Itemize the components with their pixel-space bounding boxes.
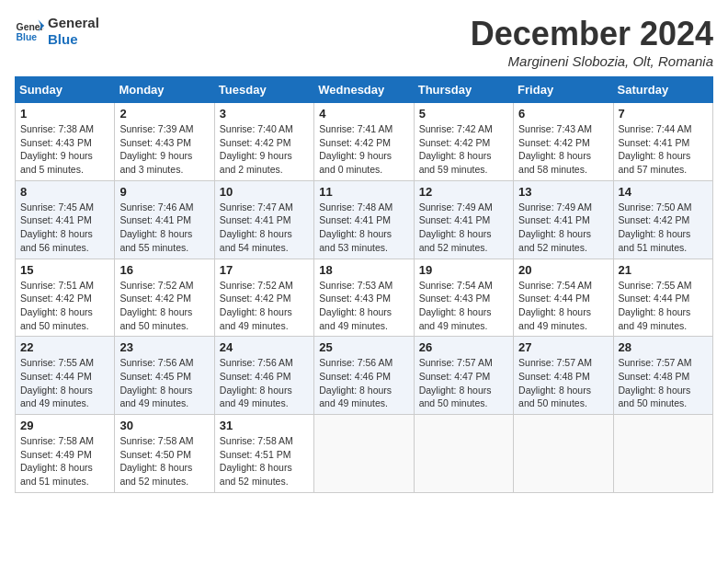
title-block: December 2024 Margineni Slobozia, Olt, R… [471,15,713,69]
day-number: 14 [619,185,708,199]
day-number: 26 [419,340,508,354]
calendar-cell: 2Sunrise: 7:39 AM Sunset: 4:43 PM Daylig… [115,103,214,181]
day-number: 30 [119,419,209,432]
day-info: Sunrise: 7:38 AM Sunset: 4:43 PM Dayligh… [20,122,109,177]
day-info: Sunrise: 7:57 AM Sunset: 4:47 PM Dayligh… [419,356,508,410]
page-header: General Blue General Blue December 2024 … [15,15,713,69]
day-number: 22 [20,340,109,354]
calendar-cell [514,415,613,493]
calendar-week-3: 15Sunrise: 7:51 AM Sunset: 4:42 PM Dayli… [16,259,713,337]
day-number: 6 [518,107,608,121]
calendar-cell [414,415,513,493]
calendar-cell: 26Sunrise: 7:57 AM Sunset: 4:47 PM Dayli… [414,337,513,415]
day-info: Sunrise: 7:58 AM Sunset: 4:51 PM Dayligh… [220,434,309,488]
calendar-cell: 4Sunrise: 7:41 AM Sunset: 4:42 PM Daylig… [314,103,414,181]
day-number: 7 [619,107,708,121]
day-info: Sunrise: 7:44 AM Sunset: 4:41 PM Dayligh… [619,122,708,177]
day-number: 4 [319,107,408,121]
day-info: Sunrise: 7:46 AM Sunset: 4:41 PM Dayligh… [119,201,209,255]
calendar-cell: 9Sunrise: 7:46 AM Sunset: 4:41 PM Daylig… [115,180,214,259]
day-header-monday: Monday [115,77,214,103]
day-number: 20 [518,263,608,277]
day-header-sunday: Sunday [16,77,115,103]
day-number: 13 [518,185,608,199]
day-info: Sunrise: 7:50 AM Sunset: 4:42 PM Dayligh… [619,201,708,255]
day-info: Sunrise: 7:53 AM Sunset: 4:43 PM Dayligh… [319,279,408,333]
calendar-cell: 11Sunrise: 7:48 AM Sunset: 4:41 PM Dayli… [314,180,414,259]
calendar-header-row: SundayMondayTuesdayWednesdayThursdayFrid… [16,77,713,103]
day-info: Sunrise: 7:55 AM Sunset: 4:44 PM Dayligh… [20,356,109,410]
calendar-cell: 7Sunrise: 7:44 AM Sunset: 4:41 PM Daylig… [613,103,712,181]
day-info: Sunrise: 7:47 AM Sunset: 4:41 PM Dayligh… [220,201,309,255]
day-number: 28 [619,340,708,354]
day-info: Sunrise: 7:45 AM Sunset: 4:41 PM Dayligh… [20,201,109,255]
calendar-cell: 21Sunrise: 7:55 AM Sunset: 4:44 PM Dayli… [613,259,712,337]
calendar-cell: 15Sunrise: 7:51 AM Sunset: 4:42 PM Dayli… [16,259,115,337]
calendar-week-2: 8Sunrise: 7:45 AM Sunset: 4:41 PM Daylig… [16,180,713,259]
calendar-cell: 10Sunrise: 7:47 AM Sunset: 4:41 PM Dayli… [214,180,313,259]
logo-icon: General Blue [15,18,44,44]
calendar-body: 1Sunrise: 7:38 AM Sunset: 4:43 PM Daylig… [16,103,713,493]
day-number: 27 [518,340,608,354]
day-info: Sunrise: 7:54 AM Sunset: 4:44 PM Dayligh… [518,279,608,333]
calendar-cell: 24Sunrise: 7:56 AM Sunset: 4:46 PM Dayli… [214,337,313,415]
day-info: Sunrise: 7:51 AM Sunset: 4:42 PM Dayligh… [20,279,109,333]
day-info: Sunrise: 7:42 AM Sunset: 4:42 PM Dayligh… [419,122,508,177]
calendar-cell [314,415,414,493]
svg-text:Blue: Blue [17,32,38,42]
calendar-cell: 1Sunrise: 7:38 AM Sunset: 4:43 PM Daylig… [16,103,115,181]
day-number: 3 [220,107,309,121]
calendar-cell: 23Sunrise: 7:56 AM Sunset: 4:45 PM Dayli… [115,337,214,415]
day-number: 1 [20,107,109,121]
calendar-cell: 22Sunrise: 7:55 AM Sunset: 4:44 PM Dayli… [16,337,115,415]
day-header-wednesday: Wednesday [314,77,414,103]
day-info: Sunrise: 7:58 AM Sunset: 4:49 PM Dayligh… [20,434,109,488]
day-info: Sunrise: 7:49 AM Sunset: 4:41 PM Dayligh… [518,201,608,255]
calendar-cell: 3Sunrise: 7:40 AM Sunset: 4:42 PM Daylig… [214,103,313,181]
day-number: 21 [619,263,708,277]
day-info: Sunrise: 7:49 AM Sunset: 4:41 PM Dayligh… [419,201,508,255]
calendar-cell: 27Sunrise: 7:57 AM Sunset: 4:48 PM Dayli… [514,337,613,415]
calendar-cell: 6Sunrise: 7:43 AM Sunset: 4:42 PM Daylig… [514,103,613,181]
day-number: 10 [220,185,309,199]
day-number: 15 [20,263,109,277]
calendar-cell: 30Sunrise: 7:58 AM Sunset: 4:50 PM Dayli… [115,415,214,493]
calendar-cell: 14Sunrise: 7:50 AM Sunset: 4:42 PM Dayli… [613,180,712,259]
calendar-week-4: 22Sunrise: 7:55 AM Sunset: 4:44 PM Dayli… [16,337,713,415]
day-header-friday: Friday [514,77,613,103]
logo-blue: Blue [48,31,99,48]
day-number: 5 [419,107,508,121]
svg-text:General: General [17,22,44,32]
calendar-cell: 13Sunrise: 7:49 AM Sunset: 4:41 PM Dayli… [514,180,613,259]
calendar-week-5: 29Sunrise: 7:58 AM Sunset: 4:49 PM Dayli… [16,415,713,493]
calendar-cell: 17Sunrise: 7:52 AM Sunset: 4:42 PM Dayli… [214,259,313,337]
day-info: Sunrise: 7:55 AM Sunset: 4:44 PM Dayligh… [619,279,708,333]
day-number: 25 [319,340,408,354]
day-info: Sunrise: 7:57 AM Sunset: 4:48 PM Dayligh… [518,356,608,410]
calendar-cell: 5Sunrise: 7:42 AM Sunset: 4:42 PM Daylig… [414,103,513,181]
day-info: Sunrise: 7:39 AM Sunset: 4:43 PM Dayligh… [119,122,209,177]
calendar-cell: 8Sunrise: 7:45 AM Sunset: 4:41 PM Daylig… [16,180,115,259]
day-info: Sunrise: 7:43 AM Sunset: 4:42 PM Dayligh… [518,122,608,177]
logo: General Blue General Blue [15,15,99,48]
day-number: 9 [119,185,209,199]
day-info: Sunrise: 7:56 AM Sunset: 4:46 PM Dayligh… [319,356,408,410]
day-header-tuesday: Tuesday [214,77,313,103]
calendar-cell: 16Sunrise: 7:52 AM Sunset: 4:42 PM Dayli… [115,259,214,337]
day-info: Sunrise: 7:54 AM Sunset: 4:43 PM Dayligh… [419,279,508,333]
calendar-cell: 25Sunrise: 7:56 AM Sunset: 4:46 PM Dayli… [314,337,414,415]
day-number: 17 [220,263,309,277]
month-title: December 2024 [471,15,713,53]
day-number: 31 [220,419,309,432]
calendar-cell: 28Sunrise: 7:57 AM Sunset: 4:48 PM Dayli… [613,337,712,415]
day-number: 8 [20,185,109,199]
day-number: 24 [220,340,309,354]
day-number: 29 [20,419,109,432]
day-info: Sunrise: 7:56 AM Sunset: 4:46 PM Dayligh… [220,356,309,410]
calendar-cell: 20Sunrise: 7:54 AM Sunset: 4:44 PM Dayli… [514,259,613,337]
day-info: Sunrise: 7:58 AM Sunset: 4:50 PM Dayligh… [119,434,209,488]
day-number: 16 [119,263,209,277]
calendar-cell: 12Sunrise: 7:49 AM Sunset: 4:41 PM Dayli… [414,180,513,259]
calendar-cell: 18Sunrise: 7:53 AM Sunset: 4:43 PM Dayli… [314,259,414,337]
calendar-week-1: 1Sunrise: 7:38 AM Sunset: 4:43 PM Daylig… [16,103,713,181]
